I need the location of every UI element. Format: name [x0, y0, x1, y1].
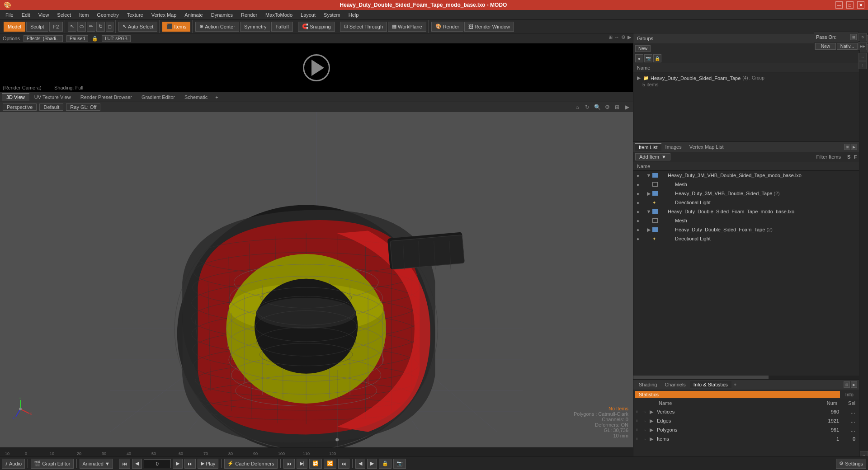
mode-model-button[interactable]: Model	[4, 22, 25, 32]
menu-layout[interactable]: Layout	[297, 11, 319, 19]
menu-geometry[interactable]: Geometry	[93, 11, 122, 19]
eye-icon[interactable]: ●	[633, 191, 642, 196]
tab-info-statistics[interactable]: Info & Statistics	[690, 381, 731, 388]
eye-icon[interactable]: ●	[633, 200, 642, 205]
menu-select[interactable]: Select	[53, 11, 75, 19]
skip-to-start-button[interactable]: ⏮	[119, 459, 130, 469]
step-back-button[interactable]: ◀	[132, 459, 142, 469]
tab-shading[interactable]: Shading	[635, 381, 660, 388]
tab-images[interactable]: Images	[662, 143, 685, 150]
viewport-settings-icon[interactable]: ⚙	[603, 103, 611, 111]
pass-on-right-btn2[interactable]: ▶▶	[859, 42, 867, 50]
list-item[interactable]: ● ✦ Directional Light	[633, 198, 859, 207]
f-label[interactable]: F	[854, 154, 857, 160]
graph-editor-button[interactable]: 🎬 Graph Editor	[31, 459, 73, 469]
pass-on-right-btn4[interactable]: ↕	[859, 61, 867, 69]
itemlist-scrollbar-thumb[interactable]	[633, 376, 769, 379]
tab-add-stats[interactable]: +	[732, 381, 738, 388]
eye-icon[interactable]: ●	[633, 236, 642, 241]
groups-icon-lock[interactable]: 🔒	[653, 54, 661, 62]
stats-expand-btn[interactable]: ⊞	[844, 381, 850, 388]
list-item[interactable]: ● Mesh	[633, 216, 859, 225]
tab-item-list[interactable]: Item List	[635, 143, 661, 151]
render-arrow-icon[interactable]: ▶	[627, 34, 631, 40]
icon-arrow[interactable]: ↖	[68, 22, 76, 32]
viewport-expand-icon[interactable]: ⊞	[613, 103, 621, 111]
render-gear-icon[interactable]: ⚙	[621, 34, 626, 40]
paused-badge[interactable]: Paused	[66, 35, 88, 42]
viewport-zoom-icon[interactable]: 🔍	[593, 103, 601, 111]
list-item[interactable]: ● Mesh	[633, 180, 859, 189]
viewport-home-icon[interactable]: ⌂	[573, 103, 581, 111]
stats-row-edges[interactable]: + → ▶ Edges 1921 …	[633, 416, 859, 425]
play-button[interactable]	[303, 54, 330, 81]
mode-f2-button[interactable]: F2	[49, 22, 63, 32]
tab-render-preset-browser[interactable]: Render Preset Browser	[76, 93, 137, 101]
add-icon[interactable]: +	[633, 436, 641, 442]
expand-icon[interactable]: ▼	[646, 209, 651, 214]
maximize-button[interactable]: □	[846, 1, 854, 9]
pass-on-nativ-button[interactable]: Nativ...	[837, 43, 858, 50]
menu-file[interactable]: File	[2, 11, 17, 19]
list-item[interactable]: ● ▼ Heavy_Duty_3M_VHB_Double_Sided_Tape_…	[633, 171, 859, 180]
pass-on-right-btn1[interactable]: ↻	[859, 33, 867, 41]
menu-system[interactable]: System	[320, 11, 344, 19]
falloff-button[interactable]: Falloff	[271, 22, 293, 32]
tab-schematic[interactable]: Schematic	[180, 93, 212, 101]
groups-icon-eye[interactable]: ●	[635, 54, 643, 62]
list-item[interactable]: ● ▼ Heavy_Duty_Double_Sided_Foam_Tape_mo…	[633, 207, 859, 216]
close-button[interactable]: ✕	[857, 1, 864, 9]
action-center-button[interactable]: ⊕ Action Center	[195, 22, 239, 32]
menu-vertex-map[interactable]: Vertex Map	[148, 11, 180, 19]
tab-uv-texture-view[interactable]: UV Texture View	[30, 93, 75, 101]
audio-button[interactable]: ♪ Audio	[2, 459, 25, 469]
eye-icon[interactable]: ●	[633, 182, 642, 187]
viewport-arrow-icon[interactable]: ▶	[623, 103, 631, 111]
effects-dropdown[interactable]: Effects: (Shadi...	[24, 35, 63, 42]
menu-animate[interactable]: Animate	[181, 11, 206, 19]
auto-select-button[interactable]: ↖ Auto Select	[118, 22, 157, 32]
pb-icon4[interactable]: 🔀	[324, 459, 336, 469]
minimize-button[interactable]: —	[835, 1, 843, 9]
icon-paint[interactable]: ✏	[87, 22, 95, 32]
snapping-button[interactable]: 🧲 Snapping	[298, 22, 335, 32]
tab-gradient-editor[interactable]: Gradient Editor	[137, 93, 179, 101]
expand-icon[interactable]: ▶	[648, 427, 655, 433]
itemlist-arrow-btn[interactable]: ▶	[851, 144, 857, 150]
viewport-rotate-icon[interactable]: ↻	[583, 103, 591, 111]
render-expand-icon1[interactable]: ⊞	[609, 34, 613, 40]
render-window-button[interactable]: 🖼 Render Window	[464, 22, 514, 32]
render-button[interactable]: 🎨 Render	[431, 22, 463, 32]
menu-maxtomodo[interactable]: MaxToModo	[262, 11, 296, 19]
skip-to-end-button[interactable]: ⏭	[184, 459, 196, 469]
expand-icon[interactable]: ▶	[648, 409, 655, 415]
itemlist-expand-btn[interactable]: ⊞	[844, 144, 850, 150]
workplane-button[interactable]: ▦ WorkPlane	[388, 22, 426, 32]
pb-icon9[interactable]: 📷	[393, 459, 406, 469]
eye-icon[interactable]: ●	[633, 227, 642, 232]
expand-icon[interactable]: ▼	[646, 173, 651, 178]
viewport-3d[interactable]: Perspective Default Ray GL: Off ⌂ ↻ 🔍 ⚙ …	[0, 102, 633, 447]
step-forward-button[interactable]: ▶	[173, 459, 183, 469]
pass-on-right-btn3[interactable]: ↔	[859, 53, 867, 61]
icon-lasso[interactable]: ⬭	[77, 22, 86, 32]
mode-sculpt-button[interactable]: Sculpt	[26, 22, 48, 32]
pb-icon6[interactable]: ◀	[355, 459, 365, 469]
list-item[interactable]: ● ▶ Heavy_Duty_Double_Sided_Foam_Tape (2…	[633, 225, 859, 234]
menu-dynamics[interactable]: Dynamics	[208, 11, 236, 19]
menu-texture[interactable]: Texture	[123, 11, 147, 19]
menu-help[interactable]: Help	[345, 11, 363, 19]
pass-on-expand[interactable]: ⊞	[850, 34, 857, 40]
expand-icon[interactable]: ▶	[648, 418, 655, 424]
items-button[interactable]: ⬛ Items	[162, 22, 190, 32]
tab-vertex-map-list[interactable]: Vertex Map List	[686, 143, 727, 150]
list-item[interactable]: ● ✦ Directional Light	[633, 234, 859, 243]
stats-row-vertices[interactable]: + → ▶ Vertices 960 …	[633, 407, 859, 416]
groups-icon-camera[interactable]: 📷	[644, 54, 652, 62]
pb-icon7[interactable]: ▶	[367, 459, 377, 469]
settings-button[interactable]: ⚙ Settings	[836, 459, 866, 469]
expand-icon[interactable]: ▶	[646, 227, 651, 233]
frame-input[interactable]: 0	[144, 459, 171, 468]
pb-icon3[interactable]: 🔁	[309, 459, 322, 469]
menu-render[interactable]: Render	[237, 11, 261, 19]
